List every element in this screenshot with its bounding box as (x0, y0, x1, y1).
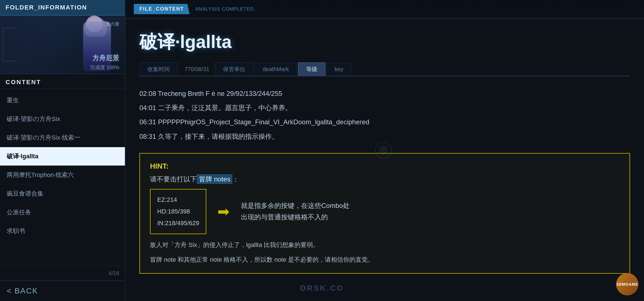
sidebar-item-3[interactable]: 破译·望影の方舟Six·线索一 (0, 128, 125, 147)
sidebar-item-1[interactable]: 重生 (0, 91, 125, 110)
character-body (83, 21, 111, 71)
hint-description: 就是指多余的按键，在这些Combo处出现的与普通按键格格不入的 (241, 200, 349, 223)
hint-footer-2: 冒牌 note 和其他正常 note 格格不入，所以数 note 是不必要的，请… (150, 254, 619, 265)
back-button[interactable]: < BACK (0, 280, 125, 301)
tab-death[interactable]: deathMark (255, 63, 297, 75)
hint-intro: 请不要击打以下冒牌 notes： (150, 174, 619, 185)
sidebar-item-8[interactable]: 求职书 (0, 222, 125, 241)
entry-4: 08:31 久等了，接下来，请根据我的指示操作。 (139, 130, 630, 142)
hint-footer-1: 敌人对「方舟 Six」的侵入停止了，lgallta 比我们想象的要弱。 (150, 240, 619, 250)
file-title: 破译·lgallta (139, 30, 630, 54)
hint-value-in: IN:218/495/629 (157, 217, 199, 229)
hint-highlight: 冒牌 notes (197, 174, 232, 184)
tab-manage[interactable]: 保管单位 (215, 62, 253, 76)
sidebar: FOLDER_INFORMATION 第六章 方舟厄景 完成度 100% CON… (0, 0, 125, 301)
entry-2: 04:01 二子乘舟，泛泛其景。愿言思子，中心养养。 (139, 102, 630, 114)
file-body: 破译·lgallta 收集时间 770/08/31 保管单位 deathMark… (125, 19, 644, 301)
hint-label: HINT: (150, 162, 619, 171)
sidebar-banner: 第六章 方舟厄景 完成度 100% (0, 16, 125, 74)
file-content-header: FILE_CONTENT ANALYSIS COMPLETED. (125, 0, 644, 19)
hint-inner-layout: EZ:214 HD:185/398 IN:218/495/629 ➡ 就是指多余… (150, 189, 619, 234)
watermark: DRSK.CO (300, 284, 344, 293)
sidebar-item-4[interactable]: 破译·lgallta (0, 147, 125, 166)
sidebar-item-2[interactable]: 破译·望影の方舟Six (0, 110, 125, 128)
analysis-status: ANALYSIS COMPLETED. (195, 6, 255, 12)
sidebar-item-7[interactable]: 公派任务 (0, 203, 125, 222)
tab-date: 770/08/31 (179, 63, 215, 75)
logo-3dm: 3DMGAME (616, 273, 638, 295)
tab-level[interactable]: 等级 (298, 62, 325, 76)
hint-value-ez: EZ:214 (157, 194, 199, 206)
tab-key[interactable]: key (326, 63, 351, 75)
arrow-icon: ➡ (217, 204, 230, 219)
tab-collect[interactable]: 收集时间 (139, 62, 178, 76)
hint-value-hd: HD:185/398 (157, 206, 199, 217)
file-content-tab[interactable]: FILE_CONTENT (134, 4, 190, 14)
hint-box: HINT: 请不要击打以下冒牌 notes： EZ:214 HD:185/398… (139, 153, 630, 274)
banner-title: 方舟厄景 (93, 54, 119, 62)
banner-progress: 完成度 100% (90, 64, 119, 71)
banner-decoration (3, 28, 17, 61)
banner-chapter: 第六章 (106, 21, 119, 27)
hint-values-box: EZ:214 HD:185/398 IN:218/495/629 (150, 189, 206, 234)
sidebar-header: FOLDER_INFORMATION (0, 0, 125, 16)
tabs-row: 收集时间 770/08/31 保管单位 deathMark 等级 key (139, 62, 630, 76)
sidebar-item-6[interactable]: 豌豆食谱合集 (0, 185, 125, 203)
sidebar-pagination: 4/16 (0, 266, 125, 280)
content-section-label: CONTENT (0, 74, 125, 89)
sidebar-list: 重生 破译·望影の方舟Six 破译·望影の方舟Six·线索一 破译·lgallt… (0, 89, 125, 266)
entry-3: 06:31 PPPPPPhigrOS_Project_Stage_Final_V… (139, 116, 630, 128)
main-content: FILE_CONTENT ANALYSIS COMPLETED. 破译·lgal… (125, 0, 644, 301)
sidebar-item-5[interactable]: 两用摩托Trophon·线索六 (0, 166, 125, 185)
entry-1: 02:08 Trecheng Breth F é ne 29/92/133/24… (139, 88, 630, 99)
